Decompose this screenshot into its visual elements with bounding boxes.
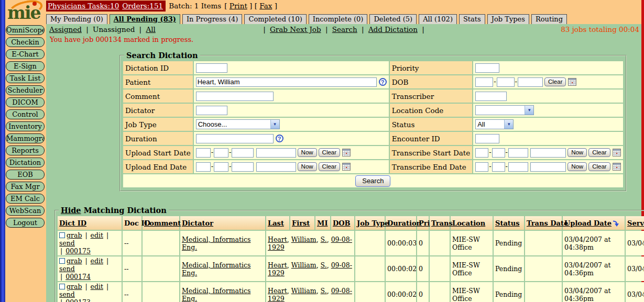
sidebar-item-task-list[interactable]: Task List [6, 73, 45, 83]
patient-first-link[interactable]: William [291, 287, 316, 295]
sidebar-item-e-sign[interactable]: E-Sign [6, 61, 45, 71]
tab-incomplete-0[interactable]: Incomplete (0) [309, 14, 368, 24]
encounter-id-input[interactable] [475, 134, 499, 143]
row-checkbox[interactable] [59, 284, 65, 289]
sort-trans-link[interactable]: Trans [431, 219, 453, 227]
sidebar-item-control[interactable]: Control [6, 109, 45, 119]
dict-id-link[interactable]: 000173 [66, 298, 91, 302]
sidebar-item-omniscope[interactable]: OmniScope [6, 25, 45, 35]
edit-link[interactable]: edit [91, 283, 103, 290]
upload-end-date-seg3[interactable] [232, 162, 254, 172]
dictator-link[interactable]: Medical, Informatics Eng. [182, 236, 250, 251]
sidebar-item-inventory[interactable]: Inventory [6, 121, 45, 131]
upload-end-date-now-button[interactable]: Now [298, 162, 317, 171]
dob-clear-button[interactable]: Clear [544, 77, 566, 86]
edit-link[interactable]: edit [91, 257, 103, 265]
transcribe-start-date-now-button[interactable]: Now [567, 148, 587, 157]
transcribe-end-date-seg1[interactable] [475, 162, 488, 172]
patient-mi-link[interactable]: S. [321, 236, 327, 243]
sidebar-item-fax-mgr[interactable]: Fax Mgr [6, 182, 45, 192]
transcribe-start-date-clear-button[interactable]: Clear [588, 148, 610, 157]
dictator-link[interactable]: Medical, Informatics Eng. [182, 287, 250, 302]
sort-comment-link[interactable]: Comment [144, 219, 181, 227]
sort-last-link[interactable]: Last [268, 219, 284, 227]
nav-grab-next-job-link[interactable]: Grab Next Job [270, 25, 321, 33]
upload-start-date-seg2[interactable] [214, 148, 228, 158]
sidebar-item-reports[interactable]: Reports [6, 146, 45, 155]
tab-my-pending-0[interactable]: My Pending (0) [46, 14, 107, 24]
dob-seg3[interactable] [518, 77, 543, 87]
tab-routing[interactable]: Routing [531, 14, 567, 24]
transcribe-end-date-calendar-icon[interactable] [613, 163, 621, 171]
transcribe-end-date-seg4[interactable] [530, 162, 566, 172]
sort-tdate-link[interactable]: Trans Date [527, 219, 568, 227]
upload-start-date-clear-button[interactable]: Clear [319, 148, 340, 157]
row-checkbox[interactable] [59, 232, 65, 238]
sort-udate-link[interactable]: Upload Date [564, 219, 612, 227]
duration-input[interactable] [196, 134, 274, 143]
send-link[interactable]: send [59, 239, 75, 247]
sidebar-item-eob[interactable]: EOB [6, 170, 45, 180]
status-select[interactable]: All▾ [475, 119, 514, 129]
transcribe-end-date-seg2[interactable] [492, 162, 505, 172]
dict-id-link[interactable]: 000175 [66, 247, 91, 255]
sidebar-item-e-chart[interactable]: E-Chart [6, 49, 45, 59]
orders-link[interactable]: Orders:151 [122, 2, 163, 10]
print-link[interactable]: Print [230, 2, 247, 10]
tab-deleted-5[interactable]: Deleted (5) [369, 14, 417, 24]
tab-in-progress-4[interactable]: In Progress (4) [182, 14, 243, 24]
patient-mi-link[interactable]: S. [321, 261, 327, 269]
patient-last-link[interactable]: Heart [268, 236, 287, 243]
sidebar-item-dictation[interactable]: Dictation [6, 158, 45, 167]
patient-input[interactable] [196, 77, 377, 87]
dob-calendar-icon[interactable] [568, 78, 576, 86]
tab-all-102[interactable]: All (102) [419, 14, 457, 24]
job-type-select[interactable]: Choose...▾ [196, 119, 280, 129]
hide-link[interactable]: Hide [61, 206, 81, 215]
send-link[interactable]: send [59, 290, 75, 298]
send-link[interactable]: send [59, 265, 75, 273]
upload-end-date-seg2[interactable] [214, 162, 228, 172]
upload-end-date-clear-button[interactable]: Clear [319, 162, 340, 171]
upload-start-date-now-button[interactable]: Now [298, 148, 317, 157]
upload-end-date-seg1[interactable] [196, 162, 211, 172]
transcribe-end-date-now-button[interactable]: Now [567, 162, 587, 171]
patient-first-link[interactable]: William [291, 261, 316, 269]
upload-start-date-seg1[interactable] [196, 148, 211, 158]
sidebar-item-dicom[interactable]: DICOM [6, 97, 45, 107]
transcribe-end-date-seg3[interactable] [508, 162, 528, 172]
comment-input[interactable] [196, 92, 274, 101]
patient-first-link[interactable]: William [291, 236, 316, 243]
sort-first-link[interactable]: First [292, 219, 310, 227]
upload-start-date-calendar-icon[interactable] [342, 149, 351, 156]
transcribe-start-date-seg2[interactable] [492, 148, 505, 158]
sort-desc-icon[interactable] [613, 220, 619, 227]
sort-dur-link[interactable]: Duration [387, 219, 421, 227]
patient-mi-link[interactable]: S. [321, 287, 327, 295]
nav-search-link[interactable]: Search [332, 25, 357, 33]
transcribe-start-date-seg1[interactable] [475, 148, 488, 158]
sort-sdate-link[interactable]: Service Date [627, 219, 644, 227]
sort-mi-link[interactable]: MI [317, 219, 328, 227]
dictator-input[interactable] [196, 106, 227, 115]
upload-end-date-calendar-icon[interactable] [342, 163, 351, 171]
grab-link[interactable]: grab [67, 257, 82, 265]
transcribe-start-date-calendar-icon[interactable] [613, 149, 621, 156]
grab-link[interactable]: grab [67, 283, 82, 290]
sidebar-item-mammogra[interactable]: Mammogra [6, 133, 45, 143]
sort-dob-link[interactable]: DOB [333, 219, 351, 227]
sidebar-item-logout[interactable]: Logout [6, 218, 45, 228]
upload-start-date-seg4[interactable] [256, 148, 296, 158]
sidebar-item-em-calc[interactable]: EM Calc [6, 194, 45, 204]
sort-dict-link[interactable]: Dict ID [59, 219, 86, 227]
tab-job-types[interactable]: Job Types [487, 14, 529, 24]
nav-add-dictation-link[interactable]: Add Dictation [368, 25, 418, 33]
tab-stats[interactable]: Stats [459, 14, 485, 24]
sort-loc-link[interactable]: Location [452, 219, 485, 227]
edit-link[interactable]: edit [91, 231, 103, 239]
dictator-link[interactable]: Medical, Informatics Eng. [182, 261, 250, 277]
sort-status-link[interactable]: Status [495, 219, 520, 227]
search-button[interactable]: Search [355, 175, 390, 187]
dictation-id-input[interactable] [196, 63, 227, 73]
upload-start-date-seg3[interactable] [232, 148, 254, 158]
